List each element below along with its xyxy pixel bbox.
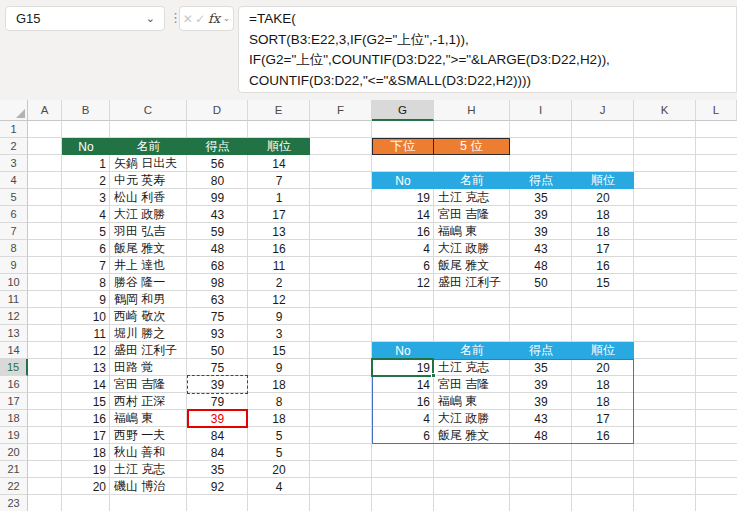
result-table-rank-cell[interactable]: 20 bbox=[572, 189, 634, 206]
left-table-score-cell[interactable]: 48 bbox=[187, 240, 248, 257]
left-table-name-cell[interactable]: 井上 達也 bbox=[110, 257, 187, 274]
left-table-no-cell[interactable]: 17 bbox=[62, 427, 110, 444]
left-table-rank-cell[interactable]: 14 bbox=[248, 155, 310, 172]
row-header-2[interactable]: 2 bbox=[0, 138, 28, 155]
result-table-name-cell[interactable]: 宮田 吉隆 bbox=[434, 206, 510, 223]
row-header-7[interactable]: 7 bbox=[0, 223, 28, 240]
result-table-score-cell[interactable]: 43 bbox=[510, 240, 572, 257]
row-header-10[interactable]: 10 bbox=[0, 274, 28, 291]
column-header-D[interactable]: D bbox=[187, 100, 248, 121]
left-table-rank-cell[interactable]: 20 bbox=[248, 461, 310, 478]
left-table-rank-cell[interactable]: 13 bbox=[248, 223, 310, 240]
result-table-header-cell[interactable]: 名前 bbox=[434, 172, 510, 189]
row-header-3[interactable]: 3 bbox=[0, 155, 28, 172]
left-table-score-cell[interactable]: 84 bbox=[187, 427, 248, 444]
left-table-rank-cell[interactable]: 9 bbox=[248, 308, 310, 325]
result-table-no-cell[interactable]: 6 bbox=[372, 257, 434, 274]
left-table-rank-cell[interactable]: 17 bbox=[248, 206, 310, 223]
result-table-rank-cell[interactable]: 18 bbox=[572, 376, 634, 393]
column-header-H[interactable]: H bbox=[434, 100, 510, 121]
criteria-rank-cell[interactable]: 5 位 bbox=[434, 138, 510, 155]
result-table-score-cell[interactable]: 39 bbox=[510, 376, 572, 393]
result-table-score-cell[interactable]: 48 bbox=[510, 427, 572, 444]
left-table-no-cell[interactable]: 8 bbox=[62, 274, 110, 291]
left-table-name-cell[interactable]: 飯尾 雅文 bbox=[110, 240, 187, 257]
left-table-rank-cell[interactable]: 5 bbox=[248, 444, 310, 461]
row-header-13[interactable]: 13 bbox=[0, 325, 28, 342]
left-table-name-cell[interactable]: 矢鍋 日出夫 bbox=[110, 155, 187, 172]
left-table-header-cell[interactable]: 得点 bbox=[187, 138, 248, 155]
left-table-name-cell[interactable]: 中元 英寿 bbox=[110, 172, 187, 189]
formula-input[interactable]: =TAKE( SORT(B3:E22,3,IF(G2="上位",-1,1)), … bbox=[238, 6, 737, 93]
left-table-header-cell[interactable]: 順位 bbox=[248, 138, 310, 155]
left-table-no-cell[interactable]: 18 bbox=[62, 444, 110, 461]
result-table-rank-cell[interactable]: 16 bbox=[572, 427, 634, 444]
left-table-score-cell[interactable]: 56 bbox=[187, 155, 248, 172]
row-header-5[interactable]: 5 bbox=[0, 189, 28, 206]
left-table-score-cell[interactable]: 98 bbox=[187, 274, 248, 291]
result-table-no-cell[interactable]: 12 bbox=[372, 274, 434, 291]
left-table-no-cell[interactable]: 19 bbox=[62, 461, 110, 478]
left-table-rank-cell[interactable]: 11 bbox=[248, 257, 310, 274]
left-table-name-cell[interactable]: 大江 政勝 bbox=[110, 206, 187, 223]
column-header-J[interactable]: J bbox=[572, 100, 634, 121]
left-table-score-cell[interactable]: 84 bbox=[187, 444, 248, 461]
row-header-16[interactable]: 16 bbox=[0, 376, 28, 393]
row-header-17[interactable]: 17 bbox=[0, 393, 28, 410]
row-header-12[interactable]: 12 bbox=[0, 308, 28, 325]
result-table-header-cell[interactable]: 得点 bbox=[510, 172, 572, 189]
left-table-name-cell[interactable]: 勝谷 隆一 bbox=[110, 274, 187, 291]
result-table-score-cell[interactable]: 35 bbox=[510, 189, 572, 206]
left-table-rank-cell[interactable]: 9 bbox=[248, 359, 310, 376]
column-header-E[interactable]: E bbox=[248, 100, 310, 121]
left-table-no-cell[interactable]: 20 bbox=[62, 478, 110, 495]
left-table-name-cell[interactable]: 西野 一夫 bbox=[110, 427, 187, 444]
result-table-header-cell[interactable]: 順位 bbox=[572, 172, 634, 189]
result-table-name-cell[interactable]: 大江 政勝 bbox=[434, 240, 510, 257]
left-table-rank-cell[interactable]: 4 bbox=[248, 478, 310, 495]
row-header-20[interactable]: 20 bbox=[0, 444, 28, 461]
left-table-header-cell[interactable]: No bbox=[62, 138, 110, 155]
left-table-score-cell[interactable]: 59 bbox=[187, 223, 248, 240]
row-header-9[interactable]: 9 bbox=[0, 257, 28, 274]
column-header-I[interactable]: I bbox=[510, 100, 572, 121]
left-table-score-cell[interactable]: 68 bbox=[187, 257, 248, 274]
column-header-C[interactable]: C bbox=[110, 100, 187, 121]
result-table-name-cell[interactable]: 福嶋 東 bbox=[434, 223, 510, 240]
result-table-name-cell[interactable]: 宮田 吉隆 bbox=[434, 376, 510, 393]
result-table-no-cell[interactable]: 14 bbox=[372, 376, 434, 393]
left-table-name-cell[interactable]: 羽田 弘吉 bbox=[110, 223, 187, 240]
result-table-name-cell[interactable]: 福嶋 東 bbox=[434, 393, 510, 410]
left-table-no-cell[interactable]: 6 bbox=[62, 240, 110, 257]
result-table-rank-cell[interactable]: 17 bbox=[572, 410, 634, 427]
result-table-name-cell[interactable]: 土江 克志 bbox=[434, 359, 510, 376]
cancel-icon[interactable]: ✕ bbox=[183, 12, 193, 26]
result-table-no-cell[interactable]: 6 bbox=[372, 427, 434, 444]
result-table-score-cell[interactable]: 35 bbox=[510, 359, 572, 376]
chevron-down-icon[interactable]: ⌄ bbox=[223, 14, 231, 23]
result-table-rank-cell[interactable]: 15 bbox=[572, 274, 634, 291]
column-header-B[interactable]: B bbox=[62, 100, 110, 121]
left-table-name-cell[interactable]: 松山 利香 bbox=[110, 189, 187, 206]
left-table-name-cell[interactable]: 秋山 善和 bbox=[110, 444, 187, 461]
result-table-header-cell[interactable]: 得点 bbox=[510, 342, 572, 359]
column-header-L[interactable]: L bbox=[696, 100, 737, 121]
left-table-name-cell[interactable]: 土江 克志 bbox=[110, 461, 187, 478]
row-header-22[interactable]: 22 bbox=[0, 478, 28, 495]
column-header-A[interactable]: A bbox=[28, 100, 62, 121]
result-table-score-cell[interactable]: 39 bbox=[510, 393, 572, 410]
left-table-score-cell[interactable]: 43 bbox=[187, 206, 248, 223]
row-header-23[interactable]: 23 bbox=[0, 495, 28, 511]
left-table-score-cell[interactable]: 50 bbox=[187, 342, 248, 359]
left-table-no-cell[interactable]: 11 bbox=[62, 325, 110, 342]
left-table-name-cell[interactable]: 西村 正深 bbox=[110, 393, 187, 410]
result-table-no-cell[interactable]: 19 bbox=[372, 189, 434, 206]
row-header-8[interactable]: 8 bbox=[0, 240, 28, 257]
left-table-rank-cell[interactable]: 12 bbox=[248, 291, 310, 308]
name-box[interactable]: G15 ⌄ bbox=[5, 6, 165, 31]
left-table-rank-cell[interactable]: 2 bbox=[248, 274, 310, 291]
fill-handle[interactable] bbox=[431, 373, 436, 378]
left-table-score-cell[interactable]: 35 bbox=[187, 461, 248, 478]
left-table-no-cell[interactable]: 10 bbox=[62, 308, 110, 325]
left-table-no-cell[interactable]: 12 bbox=[62, 342, 110, 359]
